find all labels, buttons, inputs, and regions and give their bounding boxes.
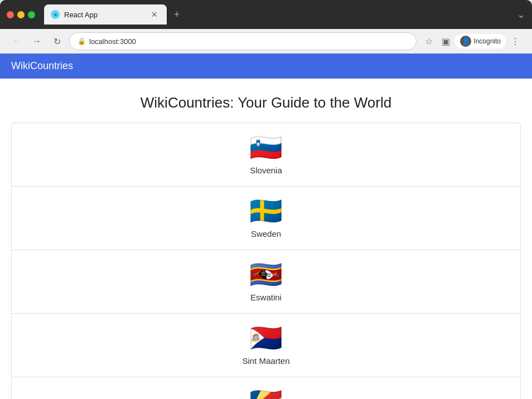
- country-flag: 🇸🇿: [249, 261, 283, 288]
- incognito-badge: 👤 Incognito: [454, 34, 506, 48]
- page-title: WikiCountries: Your Guide to the World: [0, 79, 532, 123]
- active-tab[interactable]: ⚛ React App ✕: [44, 4, 167, 25]
- app-header-title: WikiCountries: [11, 60, 73, 71]
- country-flag: 🇸🇪: [249, 198, 283, 225]
- tab-favicon: ⚛: [51, 10, 60, 19]
- lock-icon: 🔒: [78, 37, 86, 45]
- countries-list: 🇸🇮Slovenia🇸🇪Sweden🇸🇿Eswatini🇸🇽Sint Maart…: [11, 123, 521, 399]
- minimize-button[interactable]: [17, 11, 25, 18]
- url-text: localhost:3000: [89, 37, 408, 46]
- bookmark-button[interactable]: ☆: [421, 33, 437, 49]
- forward-icon: →: [32, 36, 41, 46]
- country-name: Eswatini: [250, 293, 282, 302]
- incognito-icon: 👤: [460, 36, 471, 47]
- incognito-label: Incognito: [473, 37, 501, 45]
- country-flag: 🇸🇽: [249, 325, 283, 352]
- country-row[interactable]: 🇸🇪Sweden: [12, 187, 520, 250]
- refresh-button[interactable]: ↻: [49, 33, 65, 49]
- refresh-icon: ↻: [54, 36, 61, 47]
- app-container: WikiCountries WikiCountries: Your Guide …: [0, 53, 532, 399]
- browser-menu-right: ⌄: [517, 8, 525, 21]
- app-header: WikiCountries: [0, 53, 532, 79]
- country-row[interactable]: 🇸🇿Eswatini: [12, 250, 520, 314]
- addressbar: ← → ↻ 🔒 localhost:3000 ☆ ▣ 👤 Incognito ⋮: [0, 29, 532, 53]
- browser-chrome: ⚛ React App ✕ + ⌄ ← → ↻ 🔒 localhost:3000: [0, 0, 532, 53]
- country-flag: 🇸🇮: [249, 134, 283, 161]
- country-name: Slovenia: [250, 166, 282, 175]
- app-content: WikiCountries: Your Guide to the World 🇸…: [0, 79, 532, 399]
- country-row[interactable]: 🇸🇽Sint Maarten: [12, 314, 520, 377]
- titlebar: ⚛ React App ✕ + ⌄: [0, 0, 532, 29]
- close-button[interactable]: [7, 11, 14, 18]
- tab-bar: ⚛ React App ✕ +: [44, 4, 512, 25]
- forward-button[interactable]: →: [29, 33, 45, 49]
- browser-menu-button[interactable]: ⋮: [507, 33, 523, 49]
- country-flag: 🇸🇨: [249, 388, 283, 399]
- tab-title: React App: [64, 11, 144, 19]
- new-tab-button[interactable]: +: [169, 7, 185, 22]
- back-button[interactable]: ←: [9, 33, 25, 49]
- traffic-lights: [7, 11, 35, 18]
- country-row[interactable]: 🇸🇨Seychelles: [12, 377, 520, 399]
- address-bar[interactable]: 🔒 localhost:3000: [69, 32, 417, 50]
- window-menu-icon[interactable]: ⌄: [517, 8, 525, 21]
- split-view-button[interactable]: ▣: [438, 33, 453, 49]
- browser-actions: ☆ ▣ 👤 Incognito ⋮: [421, 33, 523, 49]
- country-name: Sint Maarten: [242, 356, 289, 366]
- tab-close-button[interactable]: ✕: [149, 9, 160, 20]
- maximize-button[interactable]: [28, 11, 35, 18]
- country-row[interactable]: 🇸🇮Slovenia: [12, 123, 520, 187]
- back-icon: ←: [12, 36, 21, 46]
- country-name: Sweden: [251, 229, 281, 239]
